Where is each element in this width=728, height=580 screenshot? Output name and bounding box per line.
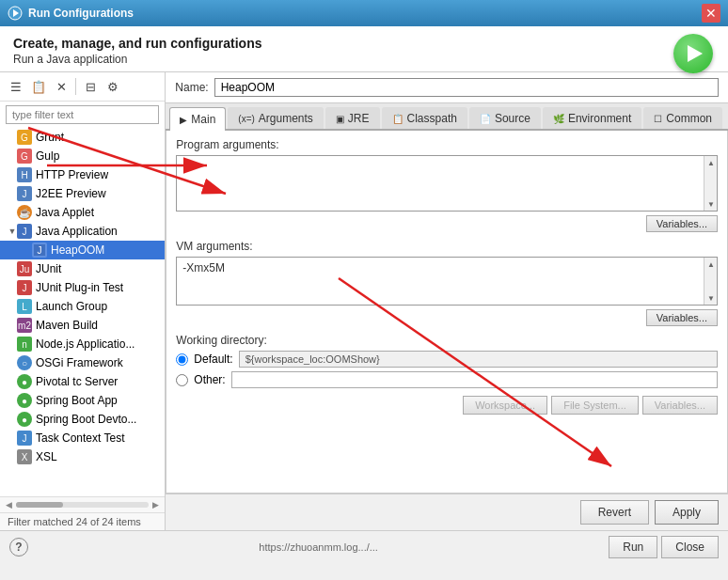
vm-scroll-up-arrow[interactable]: ▲ [704,258,718,271]
tab-icon-environment: 🌿 [553,114,564,124]
filter-input[interactable] [6,105,159,124]
icon-spring-boot-app: ● [17,393,32,408]
tab-classpath[interactable]: 📋Classpath [382,107,467,129]
toolbar-separator [75,78,76,95]
tree-item-osgi[interactable]: ▶○OSGi Framework [0,353,165,372]
label-pivotal: Pivotal tc Server [36,375,118,388]
default-dir-input [239,351,718,368]
tree-item-maven-build[interactable]: ▶m2Maven Build [0,316,165,335]
status-bar: ? https://zhuoanmm.log.../... Run Close [0,530,728,562]
other-radio-row: Other: [176,371,718,388]
working-directory-label: Working directory: [176,334,718,347]
other-dir-input[interactable] [231,371,718,388]
icon-junit: Ju [17,261,32,276]
program-arguments-section: Program arguments: ▲ ▼ Variables... [176,138,718,232]
vm-arguments-section: VM arguments: -Xmx5M ▲ ▼ Variables... [176,240,718,326]
tree-item-gulp[interactable]: ▶GGulp [0,147,165,165]
delete-button[interactable]: ✕ [51,76,71,97]
tree-item-heapoom[interactable]: JHeapOOM [0,241,165,259]
tab-icon-arguments: (x=) [238,114,255,124]
tree-item-j2ee-preview[interactable]: ▶JJ2EE Preview [0,184,165,203]
other-radio[interactable] [176,374,188,386]
tab-icon-jre: ▣ [336,114,344,124]
tree-item-junit-plugin[interactable]: ▶JJUnit Plug-in Test [0,278,165,297]
program-variables-button[interactable]: Variables... [646,215,718,232]
icon-java-applet: ☕ [17,205,32,220]
tree-item-xsl[interactable]: ▶XXSL [0,447,165,466]
vm-scroll-track [704,271,717,291]
name-input[interactable] [214,78,719,97]
working-directory-section: Working directory: Default: Other: Works… [176,334,718,415]
tab-arguments[interactable]: (x=)Arguments [228,107,324,129]
scroll-thumb [16,502,63,508]
help-button[interactable]: ? [9,538,28,556]
tab-label-common: Common [666,112,712,125]
tree-item-launch-group[interactable]: ▶LLaunch Group [0,297,165,316]
tree-item-http-preview[interactable]: ▶HHTTP Preview [0,165,165,184]
label-http-preview: HTTP Preview [36,168,108,181]
icon-heapoom: J [32,243,47,258]
title-bar-title: Run Configurations [28,7,702,20]
tab-jre[interactable]: ▣JRE [325,107,380,129]
vm-scroll-down-arrow[interactable]: ▼ [704,291,718,305]
vm-variables-button[interactable]: Variables... [646,309,718,326]
program-arguments-value[interactable] [177,156,717,177]
default-radio[interactable] [176,353,188,366]
tree-item-spring-boot-devto[interactable]: ▶●Spring Boot Devto... [0,410,165,429]
run-button[interactable] [673,34,713,73]
tab-common[interactable]: ☐Common [643,107,722,129]
tab-source[interactable]: 📄Source [469,107,541,129]
tree-item-task-context[interactable]: ▶JTask Context Test [0,429,165,447]
dir-buttons-row: Workspace... File System... Variables... [176,392,718,415]
left-panel: ☰ 📋 ✕ ⊟ ⚙ ▶GGrunt▶GGulp▶HHTTP Preview▶JJ… [0,72,166,530]
tab-main[interactable]: ▶Main [169,107,226,131]
icon-nodejs-app: n [17,337,32,352]
main-container: ☰ 📋 ✕ ⊟ ⚙ ▶GGrunt▶GGulp▶HHTTP Preview▶JJ… [0,72,728,530]
label-j2ee-preview: J2EE Preview [36,187,106,200]
tree-item-nodejs-app[interactable]: ▶nNode.js Applicatio... [0,335,165,353]
title-bar: Run Configurations ✕ [0,0,728,26]
bottom-toolbar: Revert Apply [166,494,728,530]
workspace-button[interactable]: Workspace... [463,396,547,415]
tab-environment[interactable]: 🌿Environment [543,107,641,129]
close-button[interactable]: ✕ [702,4,720,23]
label-java-applet: Java Applet [36,206,94,219]
tree-item-pivotal[interactable]: ▶●Pivotal tc Server [0,372,165,391]
expand-java-application[interactable]: ▼ [8,227,17,236]
status-close-button[interactable]: Close [661,536,719,558]
apply-button[interactable]: Apply [655,500,719,525]
icon-launch-group: L [17,299,32,314]
right-panel: Name: ▶Main(x=)Arguments▣JRE📋Classpath📄S… [166,72,728,530]
tab-icon-main: ▶ [180,115,187,125]
status-run-button[interactable]: Run [609,536,657,558]
settings-button[interactable]: ⚙ [103,76,123,97]
status-url: https://zhuoanmm.log.../... [259,541,378,553]
tree-item-spring-boot-app[interactable]: ▶●Spring Boot App [0,391,165,410]
file-system-button[interactable]: File System... [551,396,639,415]
tabs-bar: ▶Main(x=)Arguments▣JRE📋Classpath📄Source🌿… [166,103,728,131]
header-section: Create, manage, and run configurations R… [0,26,728,72]
label-spring-boot-devto: Spring Boot Devto... [36,413,136,426]
tree-item-java-application[interactable]: ▼JJava Application [0,222,165,241]
dir-variables-button[interactable]: Variables... [642,396,718,415]
collapse-button[interactable]: ⊟ [80,76,101,97]
vm-arguments-value[interactable]: -Xmx5M [177,258,717,278]
scroll-left-arrow[interactable]: ◀ [6,500,12,509]
default-radio-row: Default: [176,351,718,368]
scroll-right-arrow[interactable]: ▶ [152,500,159,509]
tab-label-classpath: Classpath [407,112,457,125]
tree-item-junit[interactable]: ▶JuJUnit [0,259,165,278]
icon-xsl: X [17,449,32,464]
scroll-down-arrow[interactable]: ▼ [704,197,718,211]
icon-maven-build: m2 [17,318,32,333]
revert-button[interactable]: Revert [580,500,649,525]
label-task-context: Task Context Test [36,431,125,445]
tree-item-grunt[interactable]: ▶GGrunt [0,128,165,147]
tree-item-java-applet[interactable]: ▶☕Java Applet [0,203,165,222]
tab-icon-common: ☐ [654,114,662,124]
new-config-button[interactable]: ☰ [6,76,26,97]
duplicate-button[interactable]: 📋 [28,76,49,97]
label-osgi: OSGi Framework [36,356,123,369]
icon-gulp: G [17,149,32,164]
scroll-up-arrow[interactable]: ▲ [704,156,718,169]
